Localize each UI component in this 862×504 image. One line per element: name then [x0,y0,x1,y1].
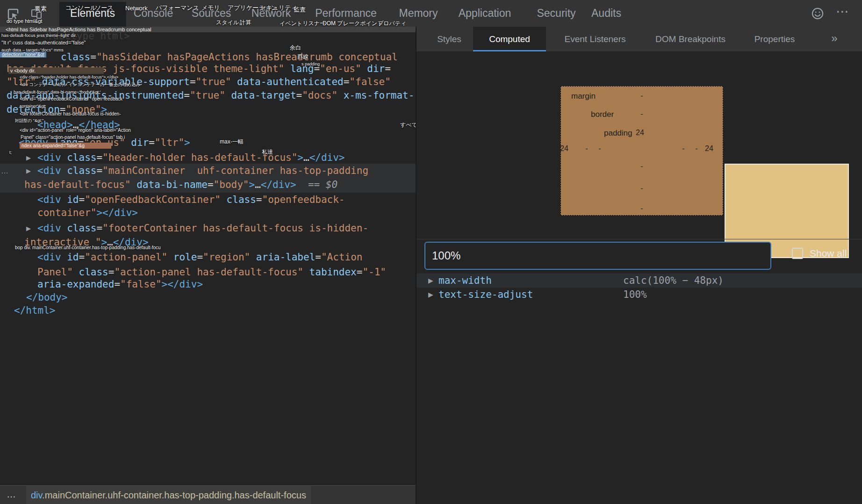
code-token: data-authenticated [231,76,343,87]
margin-bottom-value[interactable]: - [640,204,643,213]
border-left-value[interactable]: - [585,144,588,153]
tab-properties[interactable]: Properties [754,27,795,51]
padding-top-value[interactable]: 24 [636,129,644,137]
code-token: class [61,152,97,163]
code-token: = [357,266,363,278]
code-token: = [108,266,115,278]
code-token: <div [37,152,61,163]
expand-arrow-icon[interactable]: ▶ [26,225,31,232]
tab-audits[interactable]: Audits [591,0,621,27]
code-token: = [344,76,350,87]
property-name: max-width [438,274,492,287]
translation-annotation: 罫線 [297,53,309,61]
margin-left-value[interactable]: 24 [560,144,568,153]
dom-tree-line[interactable]: <div class="header-holder has-default-fo… [37,152,345,163]
dom-tree-line[interactable]: <div class="footerContainer has-default-… [37,223,368,234]
expand-arrow-icon[interactable]: ▶ [428,291,433,298]
translation-annotation: do type html&gt [7,18,42,24]
tab-security[interactable]: Security [537,0,575,27]
code-token: tabindex [303,266,357,278]
dom-tree-line[interactable]: aria-expanded="false"></div> [37,279,203,290]
code-token: = [79,194,85,205]
code-token: "region" [203,252,250,263]
dom-tree-line[interactable]: container"></div> [37,208,138,218]
code-token: class [61,165,97,176]
border-right-value[interactable]: - [695,144,697,153]
padding-left-value[interactable]: - [598,144,601,153]
dom-tree-line[interactable]: <div id="action-panel" role="region" ari… [37,252,362,263]
dom-tree-line[interactable]: has-default-focus" data-bi-name="body">…… [24,180,338,190]
code-token: </div> [261,179,296,190]
expand-arrow-icon[interactable]: ▶ [26,167,31,174]
translation-annotation: <div class="header-holder has-default-fo… [20,75,118,79]
dom-tree-line[interactable]: class="hasSidebar hasPageActions hasBrea… [61,52,398,63]
dom-tree-line[interactable]: Panel" class="action-panel has-default-f… [37,267,386,278]
code-token: > [297,152,303,163]
tab-event-listeners[interactable]: Event Listeners [565,27,626,51]
translation-annotation: コンソール [65,4,96,12]
code-token: = [90,51,96,63]
code-token: </html> [14,305,56,316]
highlighted-annotation-chip: ndex aria-expanded="false"&g [20,143,111,149]
dom-tree-line[interactable]: </html> [14,305,56,316]
border-bottom-value[interactable]: - [640,184,643,193]
dom-tree-line[interactable]: </body> [26,292,68,303]
property-value: 100% [623,288,647,301]
margin-top-value[interactable]: - [640,92,643,100]
code-token: x-ms-format- [338,90,414,101]
code-token: </div> [309,152,345,163]
translation-annotation: イベントリスナー [280,20,325,28]
expand-arrow-icon[interactable]: ▶ [26,154,31,161]
code-token: "mainContainer uhf-container has-top-pad… [102,165,368,176]
highlighted-annotation-chip: v <body dir. [8,67,104,74]
code-token: "action-panel" [85,252,167,263]
gutter-ellipsis[interactable]: … [1,167,9,175]
code-token: "ltr" [155,137,184,148]
code-token: id [61,194,79,205]
code-token: ></div> [96,207,138,218]
code-token: class [61,223,97,234]
code-token: = [184,90,190,101]
code-token: ></div> [162,279,203,290]
code-token: <div [37,223,61,234]
section-divider [417,239,862,239]
code-token: "true" [196,76,231,87]
code-token: "body" [214,179,249,190]
tab-computed[interactable]: Computed [489,27,530,51]
code-token: = [256,194,262,205]
computed-property-row[interactable]: ▶max-widthcalc(100% − 48px) [417,274,862,288]
dom-tree-line[interactable]: <div id="openFeedbackContainer" class="o… [37,194,345,205]
margin-right-value[interactable]: 24 [705,144,713,153]
translation-annotation: セキュリティ [260,4,297,12]
border-top-value[interactable]: - [640,110,643,118]
tab-styles[interactable]: Styles [437,27,461,51]
box-model-margin[interactable]: 876 × 6971.280 [560,86,723,216]
translation-annotation: has-default-focus" data-bi-name="body"&g… [14,89,101,94]
property-value: calc(100% − 48px) [623,274,724,287]
feedback-smiley-icon[interactable] [811,7,824,22]
dom-tree-line[interactable]: <div class="mainContainer uhf-container … [37,166,368,176]
breadcrumb-node-classes: .mainContainer.uhf-container.has-top-pad… [42,490,306,500]
tab-application[interactable]: Application [459,0,511,27]
code-token: <div [37,194,61,205]
tab-dom-breakpoints[interactable]: DOM Breakpoints [655,27,726,51]
code-token: aria-label [250,252,315,263]
breadcrumb-ellipsis[interactable]: … [7,486,16,504]
padding-bottom-value[interactable]: - [640,162,643,171]
code-token: = [315,252,321,263]
padding-right-value[interactable]: - [682,144,684,153]
more-options-icon[interactable]: ⋯ [836,4,849,19]
tab-overflow-chevron-icon[interactable]: » [831,27,837,51]
code-token: "Action [321,252,363,263]
computed-filter-input[interactable] [424,242,771,270]
code-token: "false" [120,279,162,290]
elements-dom-tree-panel: <!doctype html> <html has Sidebar hasPag… [0,27,417,504]
translation-annotation: 対話型の "&gt;" [15,118,43,124]
translation-annotation: 監査 [294,6,306,14]
show-all-checkbox[interactable] [792,248,803,259]
expand-arrow-icon[interactable]: ▶ [428,277,433,284]
computed-property-row[interactable]: ▶text-size-adjust100% [417,288,862,302]
breadcrumb-selected-node[interactable]: div.mainContainer.uhf-container.has-top-… [26,486,311,504]
translation-annotation: 私達 [262,148,273,156]
devtools-toolbar: ElementsConsoleSourcesNetworkPerformance… [0,0,862,27]
